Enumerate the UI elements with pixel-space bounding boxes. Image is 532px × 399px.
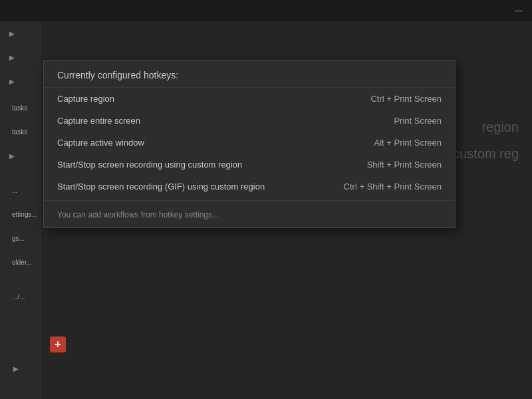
sidebar-item-3[interactable]: ▶ bbox=[0, 69, 43, 93]
popup-divider bbox=[44, 200, 455, 201]
popup-header: Currently configured hotkeys: bbox=[44, 61, 455, 88]
arrow-icon-3: ▶ bbox=[9, 78, 15, 85]
title-bar: — bbox=[0, 0, 532, 21]
arrow-icon-1: ▶ bbox=[9, 30, 15, 37]
sidebar-label-gs: gs... bbox=[12, 235, 25, 242]
popup-label-recording-region: Start/Stop screen recording using custom… bbox=[57, 160, 242, 170]
popup-item-recording-gif[interactable]: Start/Stop screen recording (GIF) using … bbox=[44, 176, 455, 198]
sidebar-label-ellipsis: ... bbox=[12, 187, 17, 194]
popup-item-recording-region[interactable]: Start/Stop screen recording using custom… bbox=[44, 154, 455, 176]
sidebar: ▶ ▶ ▶ tasks tasks ▶ ... ettings... gs...… bbox=[0, 21, 43, 399]
sidebar-item-path[interactable]: .../... bbox=[0, 285, 43, 309]
sidebar-item-tasks2[interactable]: tasks bbox=[0, 120, 43, 144]
sidebar-item-gs[interactable]: gs... bbox=[0, 226, 43, 250]
sidebar-label-tasks2: tasks bbox=[12, 128, 27, 136]
popup-shortcut-recording-region: Shift + Print Screen bbox=[367, 160, 442, 170]
popup-shortcut-capture-active: Alt + Print Screen bbox=[374, 138, 442, 148]
add-button[interactable]: + bbox=[50, 336, 66, 352]
popup-shortcut-capture-entire: Print Screen bbox=[394, 116, 442, 126]
sidebar-label-path: .../... bbox=[12, 293, 25, 301]
popup-label-recording-gif: Start/Stop screen recording (GIF) using … bbox=[57, 182, 265, 192]
arrow-icon-4: ▶ bbox=[9, 152, 15, 160]
popup-item-capture-entire[interactable]: Capture entire screen Print Screen bbox=[44, 110, 455, 132]
sidebar-item-1[interactable]: ▶ bbox=[0, 21, 43, 45]
sidebar-label-folder: older... bbox=[12, 259, 32, 266]
popup-label-capture-entire: Capture entire screen bbox=[57, 116, 140, 126]
bg-text-region: region bbox=[481, 120, 519, 135]
minimize-button[interactable]: — bbox=[511, 3, 527, 19]
popup-shortcut-capture-region: Ctrl + Print Screen bbox=[370, 94, 442, 104]
hotkey-popup: Currently configured hotkeys: Capture re… bbox=[43, 60, 456, 228]
sidebar-item-2[interactable]: ▶ bbox=[0, 45, 43, 69]
popup-item-capture-active[interactable]: Capture active window Alt + Print Screen bbox=[44, 132, 455, 154]
app-container: — ▶ ▶ ▶ tasks tasks ▶ ... ettings... gs.… bbox=[0, 0, 532, 399]
sidebar-item-folder[interactable]: older... bbox=[0, 250, 43, 274]
popup-shortcut-recording-gif: Ctrl + Shift + Print Screen bbox=[344, 182, 442, 192]
popup-footer[interactable]: You can add workflows from hotkey settin… bbox=[44, 203, 455, 227]
sidebar-item-tasks1[interactable]: tasks bbox=[0, 96, 43, 120]
sidebar-item-4[interactable]: ▶ bbox=[0, 144, 43, 168]
sidebar-item-ellipsis[interactable]: ... bbox=[0, 178, 43, 202]
sidebar-bottom-arrow[interactable]: ▶ bbox=[13, 365, 19, 372]
popup-item-capture-region[interactable]: Capture region Ctrl + Print Screen bbox=[44, 88, 455, 110]
sidebar-label-tasks1: tasks bbox=[12, 104, 27, 112]
sidebar-item-settings[interactable]: ettings... bbox=[0, 202, 43, 226]
popup-label-capture-active: Capture active window bbox=[57, 138, 144, 148]
arrow-icon-2: ▶ bbox=[9, 54, 15, 61]
popup-label-capture-region: Capture region bbox=[57, 94, 114, 104]
sidebar-label-settings: ettings... bbox=[12, 211, 37, 218]
